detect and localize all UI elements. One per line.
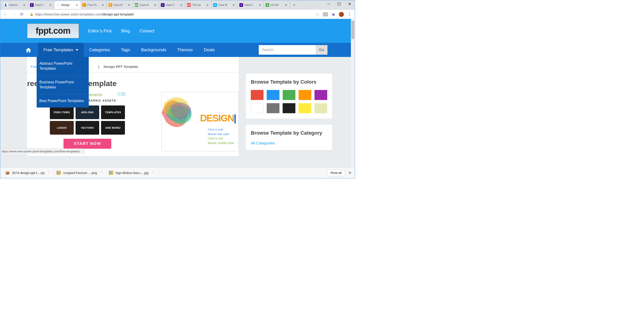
nav-free-templates[interactable]: Free Templates bbox=[38, 43, 84, 57]
back-button[interactable]: ← bbox=[2, 12, 8, 17]
top-link[interactable]: Contact bbox=[140, 29, 154, 34]
tab-close-icon[interactable]: ✕ bbox=[154, 3, 157, 7]
tab-close-icon[interactable]: ✕ bbox=[258, 3, 262, 7]
chevron-right-icon: ❯ bbox=[98, 65, 100, 69]
all-categories-link[interactable]: All Categories bbox=[251, 141, 327, 146]
download-item[interactable]: 📦3074-design-ppt-t....zip⌃ bbox=[4, 169, 54, 177]
tab-close-icon[interactable]: ✕ bbox=[284, 3, 288, 7]
chevron-up-icon[interactable]: ⌃ bbox=[100, 171, 102, 174]
ad-cta-button[interactable]: START NOW bbox=[64, 139, 111, 149]
tab-favicon: Y bbox=[240, 3, 243, 7]
download-item[interactable]: 🖼️cropped-Favicon-....png⌃ bbox=[54, 169, 107, 177]
tab-close-icon[interactable]: ✕ bbox=[101, 3, 105, 7]
profile-avatar[interactable] bbox=[339, 12, 344, 17]
devtools-icon[interactable]: </> bbox=[323, 12, 328, 17]
color-swatch[interactable] bbox=[283, 103, 296, 113]
template-preview[interactable]: DESIGN Click to edit Master title style … bbox=[161, 92, 239, 151]
dropdown-item[interactable]: Abstract PowerPoint Templates bbox=[37, 57, 89, 76]
tab-close-icon[interactable]: ✕ bbox=[49, 3, 52, 7]
ad-tile[interactable]: FREE ITEMS bbox=[50, 106, 74, 119]
logo[interactable]: fppt.com bbox=[27, 24, 79, 38]
extension-icon[interactable]: ◉ bbox=[331, 12, 336, 17]
top-link[interactable]: Editor's Pick bbox=[88, 29, 112, 34]
chevron-up-icon[interactable]: ⌃ bbox=[152, 171, 154, 174]
url-box[interactable]: 🔒 https://www.free-power-point-templates… bbox=[27, 11, 312, 18]
minimize-button[interactable] bbox=[323, 0, 334, 8]
browser-tab[interactable]: 📄Design✕ bbox=[54, 1, 80, 9]
tab-close-icon[interactable]: ✕ bbox=[232, 3, 236, 7]
color-swatch[interactable] bbox=[251, 90, 264, 100]
browser-tab[interactable]: Free Pc✕ bbox=[80, 1, 107, 9]
browser-tab[interactable]: wHCara M✕ bbox=[133, 1, 159, 9]
tab-title: Cara M bbox=[218, 4, 230, 7]
color-swatch[interactable] bbox=[298, 103, 311, 113]
nav-categories[interactable]: Categories bbox=[84, 43, 116, 57]
dropdown-item[interactable]: Business PowerPoint Templates bbox=[37, 76, 89, 94]
chevron-up-icon[interactable]: ⌃ bbox=[48, 171, 50, 174]
downloads-bar: 📦3074-design-ppt-t....zip⌃🖼️cropped-Favi… bbox=[0, 167, 355, 178]
browser-tab[interactable]: YHasil C✕ bbox=[28, 1, 54, 9]
show-all-downloads-button[interactable]: Show all bbox=[327, 169, 345, 176]
search-input[interactable] bbox=[259, 45, 316, 55]
color-swatch[interactable] bbox=[314, 90, 327, 100]
tab-close-icon[interactable]: ✕ bbox=[22, 3, 26, 7]
download-item[interactable]: 🖼️logo-Bixbux-baru-....jpg⌃ bbox=[107, 169, 158, 177]
browser-tab[interactable]: 4(4) Wh✕ bbox=[264, 1, 290, 9]
window-controls: ✕ bbox=[323, 0, 355, 8]
maximize-button[interactable] bbox=[334, 0, 344, 8]
status-bar: https://www.free-power-point-templates.c… bbox=[0, 149, 84, 154]
ad-tile[interactable]: TEMPLATES bbox=[101, 106, 125, 119]
browser-tab[interactable]: SKTrik Sa✕ bbox=[185, 1, 212, 9]
ad-tile[interactable]: AND MORE! bbox=[101, 121, 125, 135]
tab-favicon: 👤 bbox=[4, 3, 8, 7]
color-swatch[interactable] bbox=[251, 103, 264, 113]
ad-tile[interactable]: VECTORS bbox=[76, 121, 100, 135]
nav-backgrounds[interactable]: Backgrounds bbox=[136, 43, 172, 57]
ad-tile[interactable]: ADD-ONS bbox=[76, 106, 100, 119]
new-tab-button[interactable]: + bbox=[291, 2, 298, 9]
forward-button[interactable]: → bbox=[11, 12, 16, 17]
tab-title: Cara M bbox=[140, 4, 152, 7]
tab-title: Cara M bbox=[114, 4, 126, 7]
color-swatch[interactable] bbox=[267, 90, 280, 100]
tab-favicon: Y bbox=[161, 3, 164, 7]
main-nav: Free Templates Categories Tags Backgroun… bbox=[0, 43, 355, 57]
color-swatch[interactable] bbox=[267, 103, 280, 113]
color-swatch[interactable] bbox=[298, 90, 311, 100]
browser-tab[interactable]: SCara M✕ bbox=[212, 1, 238, 9]
address-bar: ← → ⟳ 🔒 https://www.free-power-point-tem… bbox=[0, 10, 355, 19]
reload-button[interactable]: ⟳ bbox=[19, 12, 24, 17]
browser-tab[interactable]: YHasil C✕ bbox=[159, 1, 185, 9]
color-swatch[interactable] bbox=[283, 90, 296, 100]
tab-close-icon[interactable]: ✕ bbox=[180, 3, 183, 7]
ad-close-icon[interactable]: ✕ bbox=[122, 93, 125, 96]
ad-tile[interactable]: LOGOS bbox=[50, 121, 74, 135]
tab-title: (4) Wh bbox=[270, 4, 283, 7]
nav-themes[interactable]: Themes bbox=[172, 43, 198, 57]
nav-tags[interactable]: Tags bbox=[116, 43, 136, 57]
browser-tab[interactable]: 👤Ubersu✕ bbox=[2, 1, 28, 9]
home-icon[interactable] bbox=[25, 47, 32, 53]
search-go-button[interactable]: Go bbox=[316, 45, 328, 55]
tab-close-icon[interactable]: ✕ bbox=[206, 3, 209, 7]
tab-favicon: wH bbox=[135, 3, 138, 7]
browser-tab[interactable]: PCara M✕ bbox=[107, 1, 133, 9]
close-window-button[interactable]: ✕ bbox=[344, 0, 355, 8]
dropdown-item[interactable]: Best PowerPoint Templates bbox=[37, 94, 89, 108]
browser-tab[interactable]: YHasil C✕ bbox=[238, 1, 264, 9]
ad-info-icon[interactable]: i bbox=[117, 93, 120, 96]
close-downloads-bar-button[interactable]: ✕ bbox=[348, 170, 352, 175]
tab-favicon: 📄 bbox=[56, 3, 60, 7]
nav-deals[interactable]: Deals bbox=[198, 43, 220, 57]
colors-box: Browse Template by Colors bbox=[246, 73, 332, 119]
tab-strip: 👤Ubersu✕YHasil C✕📄Design✕Free Pc✕PCara M… bbox=[0, 0, 355, 10]
star-icon[interactable]: ☆ bbox=[315, 12, 320, 17]
breadcrumb-current: Design PPT Template bbox=[104, 65, 138, 69]
tab-close-icon[interactable]: ✕ bbox=[127, 3, 131, 7]
tab-close-icon[interactable]: ✕ bbox=[75, 3, 79, 7]
search-form: Go bbox=[259, 45, 328, 55]
site-header: fppt.com Editor's PickBlogContact bbox=[0, 19, 355, 43]
color-swatch[interactable] bbox=[314, 103, 327, 113]
menu-button[interactable] bbox=[347, 12, 352, 17]
top-link[interactable]: Blog bbox=[121, 29, 130, 34]
